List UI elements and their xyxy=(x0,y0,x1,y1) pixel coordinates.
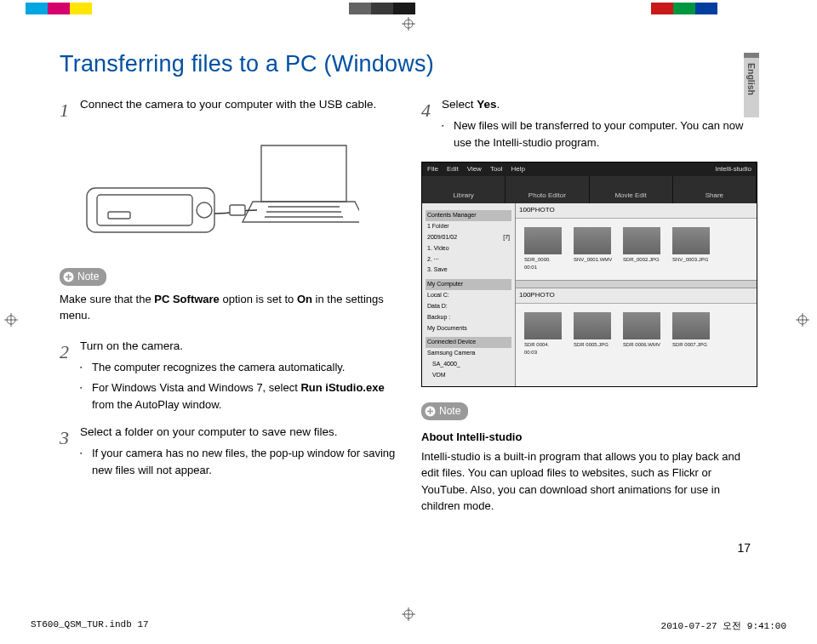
note-2-badge: Note xyxy=(421,402,468,420)
svg-rect-15 xyxy=(108,212,130,219)
footer-left: ST600_QSM_TUR.indb 17 xyxy=(31,619,149,632)
tab-share: Share xyxy=(673,176,757,203)
tab-photo-editor: Photo Editor xyxy=(506,176,589,203)
menu-help: Help xyxy=(511,164,525,174)
note-2-text: Intelli-studio is a built-in program tha… xyxy=(421,448,757,515)
menu-file: File xyxy=(427,164,438,174)
swatch-black xyxy=(393,3,415,14)
step-2-number: 2 xyxy=(60,338,80,413)
swatch-blue xyxy=(695,3,717,14)
step-3-bullet-1: If your camera has no new files, the pop… xyxy=(92,445,396,479)
crumb-mid: 100PHOTO xyxy=(516,288,757,303)
print-footer: ST600_QSM_TUR.indb 17 2010-07-27 오전 9:41… xyxy=(31,619,786,632)
menu-edit: Edit xyxy=(447,164,459,174)
step-1-text: Connect the camera to your computer with… xyxy=(80,96,396,114)
svg-rect-19 xyxy=(230,205,245,215)
note-1-badge: Note xyxy=(60,268,106,286)
registration-mark-left xyxy=(4,313,18,327)
svg-point-14 xyxy=(197,202,212,218)
side-contents-manager: Contents Manager xyxy=(426,210,511,221)
language-tab: English xyxy=(744,53,759,117)
swatch-red xyxy=(651,3,673,14)
step-4: 4 Select Yes. New files will be transfer… xyxy=(421,96,757,151)
swatch-gray xyxy=(349,3,371,14)
tab-library: Library xyxy=(422,176,506,203)
note-1-text: Make sure that the PC Software option is… xyxy=(60,291,396,324)
note-1-label: Note xyxy=(77,269,99,285)
color-calibration-bar xyxy=(0,0,817,17)
app-title: Intelli-studio xyxy=(715,164,751,174)
side-my-computer: My Computer xyxy=(426,279,511,290)
step-1-number: 1 xyxy=(60,96,80,125)
step-3: 3 Select a folder on your computer to sa… xyxy=(60,424,396,479)
swatch-magenta xyxy=(48,3,70,14)
menu-view: View xyxy=(467,164,482,174)
thumbs-top: SDR_0000. 00:01 SNV_0001.WMV SDR_0002.JP… xyxy=(516,219,757,281)
app-main: 100PHOTO SDR_0000. 00:01 SNV_0001.WMV SD… xyxy=(516,203,757,386)
thumbs-mid: SDR 0004. 00:03 SDR 0005.JPG SDR 0006.WM… xyxy=(516,304,757,366)
camera-laptop-illustration xyxy=(78,135,396,251)
page-title: Transferring files to a PC (Windows) xyxy=(60,51,757,77)
swatch-cyan xyxy=(26,3,48,14)
note-2: Note About Intelli-studio Intelli-studio… xyxy=(421,402,757,515)
step-3-number: 3 xyxy=(60,424,80,479)
swatch-darkgray xyxy=(371,3,393,14)
step-4-bullet-1: New files will be transferred to your co… xyxy=(454,117,757,151)
note-2-label: Note xyxy=(439,403,460,419)
crumb-top: 100PHOTO xyxy=(516,203,757,218)
step-4-number: 4 xyxy=(421,96,442,151)
app-tabs: Library Photo Editor Movie Edit Share xyxy=(422,176,757,203)
step-1: 1 Connect the camera to your computer wi… xyxy=(60,96,396,125)
swatch-yellow xyxy=(70,3,92,14)
swatch-green xyxy=(673,3,695,14)
registration-mark-top xyxy=(402,17,415,31)
step-2-text: Turn on the camera. xyxy=(80,338,396,356)
left-column: 1 Connect the camera to your computer wi… xyxy=(60,96,396,515)
tab-movie-edit: Movie Edit xyxy=(590,176,673,203)
step-2-bullet-2: For Windows Vista and Windows 7, select … xyxy=(92,379,396,413)
side-connected-device: Connected Device xyxy=(426,337,511,348)
note-2-heading: About Intelli-studio xyxy=(421,429,757,446)
page-number: 17 xyxy=(737,541,751,555)
app-menubar: File Edit View Tool Help Intelli-studio xyxy=(422,162,757,176)
step-3-text: Select a folder on your computer to save… xyxy=(80,424,396,442)
right-column: 4 Select Yes. New files will be transfer… xyxy=(421,96,757,515)
intelli-studio-screenshot: File Edit View Tool Help Intelli-studio … xyxy=(421,162,757,387)
menu-tool: Tool xyxy=(490,164,503,174)
note-1: Note Make sure that the PC Software opti… xyxy=(60,268,396,324)
step-4-text: Select Yes. xyxy=(442,96,757,114)
footer-right: 2010-07-27 오전 9:41:00 xyxy=(661,619,786,632)
app-sidebar: Contents Manager 1 Folder 2009/01/02[7] … xyxy=(422,203,516,386)
step-2: 2 Turn on the camera. The computer recog… xyxy=(60,338,396,413)
step-2-bullet-1: The computer recognizes the camera autom… xyxy=(92,359,396,376)
svg-rect-13 xyxy=(97,195,192,225)
registration-mark-right xyxy=(796,313,809,327)
